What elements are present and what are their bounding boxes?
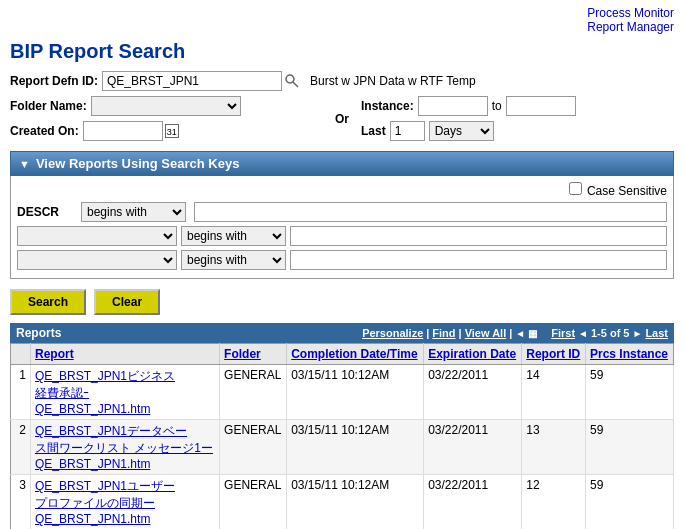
table-cell: GENERAL (220, 365, 287, 420)
last-link[interactable]: Last (645, 327, 668, 339)
report-link[interactable]: QE_BRST_JPN1データベー (35, 423, 215, 440)
process-monitor-link[interactable]: Process Monitor (10, 6, 674, 20)
row-num: 2 (11, 420, 31, 475)
col-folder: Folder (220, 344, 287, 365)
table-cell: 03/22/2011 (424, 420, 522, 475)
report-manager-link[interactable]: Report Manager (10, 20, 674, 34)
key-field-2-select[interactable] (17, 226, 177, 246)
svg-line-1 (293, 82, 298, 87)
last-value-input[interactable] (390, 121, 425, 141)
report-link[interactable]: QE_BRST_JPN1ユーザー (35, 478, 215, 495)
report-link[interactable]: プロファイルの同期ー (35, 495, 215, 512)
table-cell: 03/22/2011 (424, 475, 522, 530)
instance-from-input[interactable] (418, 96, 488, 116)
key-field-3-select[interactable] (17, 250, 177, 270)
case-sensitive-label[interactable]: Case Sensitive (569, 184, 667, 198)
table-cell: 14 (522, 365, 586, 420)
col-completion-link[interactable]: Completion Date/Time (291, 347, 417, 361)
col-folder-link[interactable]: Folder (224, 347, 261, 361)
table-cell: 03/15/11 10:12AM (287, 420, 424, 475)
report-link[interactable]: 経費承認ｰ (35, 385, 215, 402)
operator-2-select[interactable]: begins with contains = (181, 226, 286, 246)
folder-name-label: Folder Name: (10, 99, 91, 113)
search-keys-header: ▼ View Reports Using Search Keys (10, 151, 674, 176)
report-defn-id-input[interactable] (102, 71, 282, 91)
instance-row: Instance: to (361, 96, 674, 116)
pagination-text: 1-5 of 5 (591, 327, 630, 339)
report-link[interactable]: QE_BRST_JPN1.htm (35, 457, 215, 471)
table-cell: 59 (585, 475, 673, 530)
right-col: Instance: to Last Days Hours Minutes (361, 96, 674, 141)
key-value-1-input[interactable] (194, 202, 667, 222)
button-row: Search Clear (0, 285, 684, 323)
reports-title: Reports (16, 326, 362, 340)
instance-to-label: to (492, 99, 502, 113)
report-link[interactable]: QE_BRST_JPN1ビジネス (35, 368, 215, 385)
col-completion: Completion Date/Time (287, 344, 424, 365)
created-on-input[interactable] (83, 121, 163, 141)
table-cell: 03/15/11 10:12AM (287, 475, 424, 530)
key-row-3: begins with contains = (17, 250, 667, 270)
reports-section: Reports Personalize | Find | View All | … (10, 323, 674, 529)
search-keys-title: View Reports Using Search Keys (36, 156, 240, 171)
search-button[interactable]: Search (10, 289, 86, 315)
instance-to-input[interactable] (506, 96, 576, 116)
table-cell: 59 (585, 420, 673, 475)
or-label: Or (323, 112, 361, 126)
row-num: 3 (11, 475, 31, 530)
report-defn-id-label: Report Defn ID: (10, 74, 102, 88)
created-on-row: Created On: 31 (10, 121, 323, 141)
table-row: QE_BRST_JPN1ユーザープロファイルの同期ーQE_BRST_JPN1.h… (31, 475, 220, 530)
key-row-1: DESCR begins with contains = not = (17, 202, 667, 222)
last-label: Last (361, 124, 390, 138)
reports-table: Report Folder Completion Date/Time Expir… (10, 343, 674, 529)
col-expiration-link[interactable]: Expiration Date (428, 347, 516, 361)
case-sensitive-checkbox[interactable] (569, 182, 582, 195)
col-expiration: Expiration Date (424, 344, 522, 365)
key-row-2: begins with contains = (17, 226, 667, 246)
find-link[interactable]: Find (432, 327, 455, 339)
personalize-link[interactable]: Personalize (362, 327, 423, 339)
operator-3-select[interactable]: begins with contains = (181, 250, 286, 270)
nav-sep-3: | (509, 327, 512, 339)
search-keys-body: Case Sensitive DESCR begins with contain… (10, 176, 674, 279)
clear-button[interactable]: Clear (94, 289, 160, 315)
calendar-icon[interactable]: 31 (165, 124, 179, 138)
table-cell: GENERAL (220, 420, 287, 475)
case-sensitive-row: Case Sensitive (17, 182, 667, 198)
search-icon[interactable] (284, 73, 300, 89)
page-title: BIP Report Search (0, 36, 684, 69)
search-form: Report Defn ID: Burst w JPN Data w RTF T… (0, 69, 684, 145)
row-num: 1 (11, 365, 31, 420)
col-report-link[interactable]: Report (35, 347, 74, 361)
instance-label: Instance: (361, 99, 418, 113)
nav-sep-2: | (459, 327, 462, 339)
reports-header-bar: Reports Personalize | Find | View All | … (10, 323, 674, 343)
nav-sep-1: | (426, 327, 429, 339)
col-prcs-link[interactable]: Prcs Instance (590, 347, 668, 361)
folder-name-select[interactable] (91, 96, 241, 116)
nav-icon-prev[interactable]: ◄ (578, 328, 588, 339)
first-link[interactable]: First (551, 327, 575, 339)
key-value-2-input[interactable] (290, 226, 667, 246)
left-col: Folder Name: Created On: 31 (10, 96, 323, 141)
table-cell: 03/22/2011 (424, 365, 522, 420)
operator-1-select[interactable]: begins with contains = not = (81, 202, 186, 222)
report-link[interactable]: ス間ワークリスト メッセージ1ー (35, 440, 215, 457)
reports-nav: Personalize | Find | View All | ◄ ▦ Firs… (362, 327, 668, 339)
burst-label: Burst w JPN Data w RTF Temp (310, 74, 476, 88)
key-value-3-input[interactable] (290, 250, 667, 270)
view-all-link[interactable]: View All (465, 327, 507, 339)
descr-label: DESCR (17, 205, 77, 219)
top-links: Process Monitor Report Manager (0, 0, 684, 36)
nav-icon-next[interactable]: ► (632, 328, 642, 339)
col-reportid: Report ID (522, 344, 586, 365)
form-row-2: Folder Name: Created On: 31 Or Instance:… (10, 96, 674, 141)
svg-point-0 (286, 75, 294, 83)
last-row: Last Days Hours Minutes (361, 121, 674, 141)
days-select[interactable]: Days Hours Minutes (429, 121, 494, 141)
table-row: QE_BRST_JPN1データベース間ワークリスト メッセージ1ーQE_BRST… (31, 420, 220, 475)
report-link[interactable]: QE_BRST_JPN1.htm (35, 402, 215, 416)
col-reportid-link[interactable]: Report ID (526, 347, 580, 361)
report-link[interactable]: QE_BRST_JPN1.htm (35, 512, 215, 526)
